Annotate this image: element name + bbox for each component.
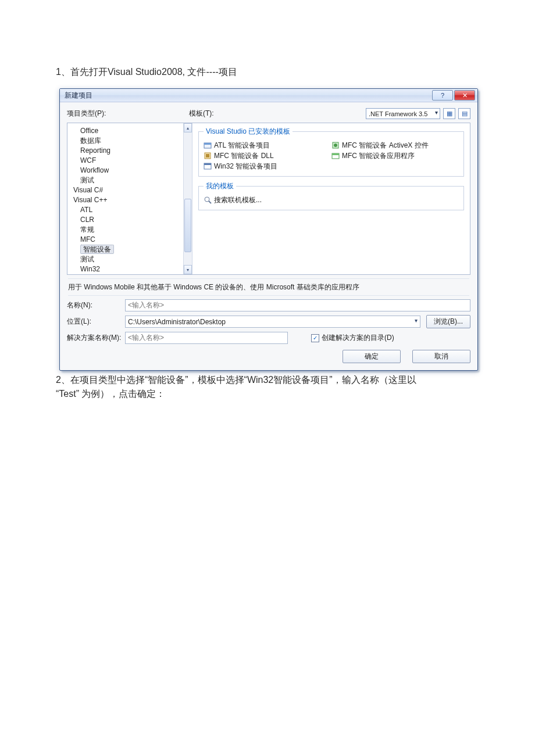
- view-small-icons-button[interactable]: ▤: [458, 108, 470, 119]
- project-types-tree[interactable]: ▴ ▾ Office 数据库 Reporting WCF Workflow 测试…: [67, 123, 192, 274]
- template-label: MFC 智能设备 DLL: [214, 151, 274, 161]
- template-label: Win32 智能设备项目: [214, 162, 277, 171]
- template-item[interactable]: MFC 智能设备 DLL: [204, 151, 297, 161]
- close-button[interactable]: ✕: [454, 90, 475, 101]
- installed-templates-legend: Visual Studio 已安装的模板: [204, 127, 293, 137]
- location-label: 位置(L):: [67, 317, 125, 327]
- scroll-thumb[interactable]: [184, 199, 191, 252]
- view-large-icons-button[interactable]: ▦: [443, 108, 455, 119]
- tree-item[interactable]: Reporting: [80, 146, 192, 155]
- svg-rect-5: [204, 163, 211, 165]
- tree-scrollbar[interactable]: ▴ ▾: [183, 123, 192, 274]
- tree-item[interactable]: 测试: [80, 255, 192, 264]
- tree-item[interactable]: MFC: [80, 235, 192, 244]
- solution-name-input[interactable]: <输入名称>: [125, 332, 288, 344]
- dialog-title: 新建项目: [65, 91, 92, 101]
- tree-item[interactable]: Win32: [80, 264, 192, 274]
- solution-name-label: 解决方案名称(M):: [67, 333, 125, 343]
- tree-item[interactable]: 数据库: [80, 136, 192, 145]
- scroll-down-button[interactable]: ▾: [184, 265, 192, 274]
- help-button[interactable]: ?: [432, 90, 453, 101]
- tree-item[interactable]: Office: [80, 126, 192, 135]
- svg-rect-1: [204, 143, 211, 145]
- framework-dropdown[interactable]: .NET Framework 3.5: [366, 108, 440, 119]
- template-item[interactable]: Win32 智能设备项目: [204, 161, 297, 171]
- template-item[interactable]: MFC 智能设备应用程序: [331, 151, 429, 161]
- search-icon: [204, 196, 212, 204]
- tree-item[interactable]: Workflow: [80, 166, 192, 175]
- new-project-dialog: 新建项目 ? ✕ 项目类型(P): 模板(T): .NET Framework …: [59, 88, 478, 371]
- template-label: ATL 智能设备项目: [214, 141, 270, 151]
- my-templates-legend: 我的模板: [204, 181, 236, 191]
- template-label: MFC 智能设备 ActiveX 控件: [342, 141, 429, 151]
- scroll-up-button[interactable]: ▴: [184, 123, 192, 132]
- atl-project-icon: [204, 141, 212, 149]
- mfc-activex-icon: [331, 141, 340, 149]
- template-item[interactable]: MFC 智能设备 ActiveX 控件: [331, 140, 429, 151]
- tree-item[interactable]: 测试: [80, 175, 192, 185]
- step-1-text: 1、首先打开Visual Studio2008, 文件----项目: [56, 65, 479, 79]
- tree-item[interactable]: Visual C++: [73, 195, 192, 205]
- dialog-titlebar[interactable]: 新建项目 ? ✕: [60, 89, 477, 102]
- ok-button[interactable]: 确定: [343, 350, 401, 363]
- template-item[interactable]: ATL 智能设备项目: [204, 140, 297, 151]
- templates-label: 模板(T):: [189, 109, 214, 119]
- step-2-text-line1: 2、在项目类型中选择“智能设备”，模板中选择“Win32智能设备项目”，输入名称…: [56, 373, 479, 387]
- templates-pane[interactable]: Visual Studio 已安装的模板 ATL 智能设备项目: [192, 123, 470, 274]
- name-label: 名称(N):: [67, 300, 125, 310]
- browse-button[interactable]: 浏览(B)...: [426, 315, 470, 328]
- svg-point-7: [334, 144, 337, 147]
- step-2-text-line2: “Test” 为例），点击确定：: [56, 387, 479, 401]
- checkbox-icon: ✓: [311, 334, 319, 342]
- create-directory-label: 创建解决方案的目录(D): [322, 333, 394, 343]
- tree-item[interactable]: CLR: [80, 215, 192, 224]
- template-description: 用于 Windows Mobile 和其他基于 Windows CE 的设备的、…: [68, 278, 469, 296]
- name-input[interactable]: <输入名称>: [125, 299, 470, 311]
- tree-item-selected[interactable]: 智能设备: [80, 245, 192, 254]
- mfc-app-icon: [331, 152, 340, 160]
- svg-point-10: [205, 197, 209, 202]
- win32-project-icon: [204, 162, 212, 170]
- svg-rect-9: [332, 153, 339, 155]
- search-online-templates[interactable]: 搜索联机模板...: [204, 195, 459, 205]
- tree-item[interactable]: Visual C#: [73, 185, 192, 195]
- tree-item[interactable]: ATL: [80, 205, 192, 214]
- project-types-label: 项目类型(P):: [67, 109, 189, 119]
- mfc-dll-icon: [204, 152, 212, 160]
- search-online-label: 搜索联机模板...: [214, 195, 262, 205]
- installed-templates-group: Visual Studio 已安装的模板 ATL 智能设备项目: [198, 127, 464, 177]
- svg-rect-3: [206, 154, 209, 157]
- location-combo[interactable]: C:\Users\Administrator\Desktop: [125, 316, 420, 328]
- tree-item[interactable]: 常规: [80, 225, 192, 234]
- framework-dropdown-label: .NET Framework 3.5: [369, 110, 427, 117]
- tree-item[interactable]: WCF: [80, 156, 192, 165]
- my-templates-group: 我的模板 搜索联机模板...: [198, 181, 464, 210]
- template-label: MFC 智能设备应用程序: [342, 151, 415, 161]
- create-directory-checkbox[interactable]: ✓ 创建解决方案的目录(D): [311, 333, 394, 343]
- cancel-button[interactable]: 取消: [412, 350, 470, 363]
- svg-line-11: [209, 201, 211, 203]
